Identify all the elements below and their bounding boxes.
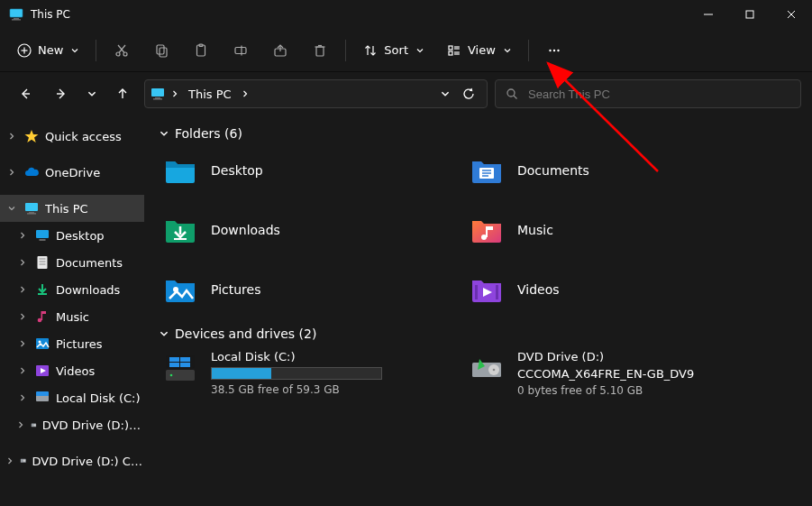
chevron-down-icon	[5, 204, 18, 213]
tree-desktop[interactable]: Desktop	[0, 222, 144, 249]
svg-rect-85	[180, 357, 190, 362]
tree-dvd-drive[interactable]: DVD Drive (D:) CCCOMA_X64FRE_EN-GB_DV9	[0, 411, 144, 438]
copy-button[interactable]	[143, 34, 179, 67]
folder-desktop[interactable]: Desktop	[162, 150, 433, 191]
drive-icon	[34, 390, 50, 406]
sort-button[interactable]: Sort	[353, 34, 433, 67]
tree-documents[interactable]: Documents	[0, 249, 144, 276]
more-button[interactable]	[536, 34, 572, 67]
maximize-button[interactable]	[729, 0, 771, 29]
tree-local-disk[interactable]: Local Disk (C:)	[0, 384, 144, 411]
drive-name: Local Disk (C:)	[211, 350, 451, 363]
toolbar-separator	[96, 40, 96, 61]
recent-button[interactable]	[83, 79, 101, 108]
svg-point-68	[23, 460, 26, 463]
toolbar-separator	[345, 40, 346, 61]
svg-point-82	[170, 374, 173, 377]
tree-quick-access[interactable]: Quick access	[0, 123, 144, 150]
svg-rect-64	[36, 391, 49, 396]
svg-rect-84	[169, 357, 179, 362]
cut-button[interactable]	[104, 34, 140, 67]
dvd-drive-icon	[469, 350, 505, 386]
tree-label: This PC	[45, 202, 88, 216]
svg-rect-41	[155, 97, 160, 98]
tree-label: Music	[56, 310, 89, 324]
share-button[interactable]	[262, 34, 298, 67]
chevron-right-icon	[16, 339, 29, 348]
dvd-icon	[20, 453, 27, 469]
refresh-button[interactable]	[456, 87, 481, 101]
share-icon	[272, 42, 288, 59]
up-button[interactable]	[108, 79, 137, 108]
drive-local-disk-c[interactable]: Local Disk (C:) 38.5 GB free of 59.3 GB	[162, 350, 451, 397]
tree-dvd-drive-2[interactable]: DVD Drive (D:) CCCOMA_X64FRE_EN-GB_DV9	[0, 447, 144, 474]
minimize-button[interactable]	[688, 0, 729, 29]
svg-rect-86	[169, 363, 179, 367]
svg-rect-23	[316, 47, 324, 56]
svg-line-13	[119, 45, 125, 53]
tree-downloads[interactable]: Downloads	[0, 276, 144, 303]
close-button[interactable]	[771, 0, 812, 29]
svg-rect-49	[36, 230, 49, 238]
search-box[interactable]	[495, 79, 801, 108]
svg-rect-19	[235, 47, 246, 53]
navigation-pane[interactable]: Quick access OneDrive This PC Desktop Do…	[0, 115, 144, 506]
svg-rect-79	[496, 285, 498, 299]
tree-videos[interactable]: Videos	[0, 357, 144, 384]
drives-section-header[interactable]: Devices and drives (2)	[159, 327, 798, 341]
back-button[interactable]	[11, 79, 40, 108]
rename-button[interactable]	[223, 34, 259, 67]
tree-music[interactable]: Music	[0, 303, 144, 330]
videos-folder-icon	[469, 271, 505, 308]
tree-label: Desktop	[56, 229, 105, 243]
chevron-right-icon	[16, 231, 29, 240]
content-area[interactable]: Folders (6) Desktop Documents Downloads	[144, 115, 812, 506]
cloud-icon	[23, 164, 40, 180]
svg-rect-63	[36, 395, 49, 401]
tree-this-pc[interactable]: This PC	[0, 195, 144, 222]
svg-rect-76	[486, 226, 488, 237]
tree-label: Pictures	[56, 337, 102, 351]
chevron-right-icon	[5, 456, 14, 465]
toolbar: New Sort View	[0, 29, 812, 72]
downloads-folder-icon	[162, 212, 198, 248]
paste-button[interactable]	[183, 34, 219, 67]
copy-icon	[153, 42, 169, 59]
drive-dvd-d[interactable]: DVD Drive (D:) CCCOMA_X64FRE_EN-GB_DV9 0…	[469, 350, 757, 397]
svg-line-44	[514, 96, 517, 99]
svg-point-90	[493, 369, 496, 372]
address-dropdown[interactable]	[440, 88, 451, 99]
view-icon	[446, 42, 462, 59]
section-title: Folders (6)	[175, 126, 242, 141]
svg-rect-50	[40, 239, 46, 241]
rename-icon	[233, 42, 249, 59]
search-input[interactable]	[526, 87, 791, 102]
documents-folder-icon	[469, 152, 505, 189]
folder-label: Desktop	[211, 163, 263, 178]
folder-pictures[interactable]: Pictures	[162, 269, 433, 310]
folders-section-header[interactable]: Folders (6)	[159, 126, 798, 141]
this-pc-icon	[23, 200, 40, 216]
breadcrumb-current[interactable]: This PC	[185, 86, 235, 103]
chevron-down-icon	[503, 46, 512, 55]
drive-free-text: 38.5 GB free of 59.3 GB	[211, 383, 451, 396]
delete-button[interactable]	[302, 34, 338, 67]
chevron-right-icon	[16, 420, 25, 429]
svg-rect-28	[449, 46, 452, 50]
svg-rect-15	[157, 45, 164, 54]
view-button[interactable]: View	[437, 34, 521, 67]
folder-videos[interactable]: Videos	[469, 269, 739, 310]
folder-documents[interactable]: Documents	[469, 150, 739, 191]
folder-music[interactable]: Music	[469, 209, 739, 251]
tree-pictures[interactable]: Pictures	[0, 330, 144, 357]
tree-onedrive[interactable]: OneDrive	[0, 159, 144, 186]
forward-button[interactable]	[47, 79, 76, 108]
window-title: This PC	[31, 8, 70, 21]
section-title: Devices and drives (2)	[175, 327, 316, 341]
new-button[interactable]: New	[7, 34, 88, 67]
folder-label: Videos	[517, 282, 560, 297]
folder-downloads[interactable]: Downloads	[162, 209, 433, 251]
address-bar[interactable]: This PC	[144, 79, 488, 108]
svg-point-34	[549, 49, 551, 51]
svg-rect-51	[38, 256, 48, 269]
